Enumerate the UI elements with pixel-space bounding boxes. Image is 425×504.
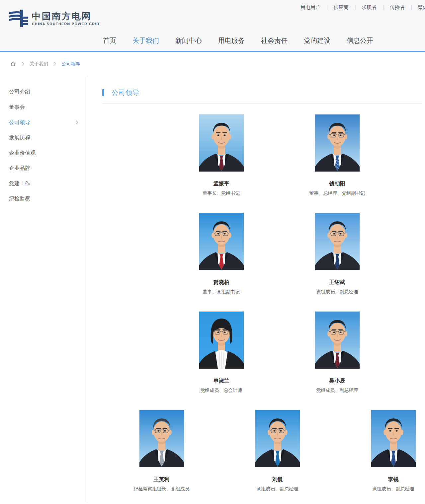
leader-title: 董事、总经理、党组副书记 (279, 190, 395, 196)
title-accent-bar (102, 89, 104, 96)
leader-card: 钱朝阳董事、总经理、党组副书记 (279, 114, 395, 196)
leader-row: 王英利纪检监察组组长、党组成员刘巍党组成员、副总经理李锐党组成员、副总经理 (104, 410, 425, 492)
nav-item-party-building[interactable]: 党的建设 (304, 36, 330, 45)
leader-photo (139, 410, 184, 468)
topbar-separator: | (411, 5, 412, 10)
sidebar-item-label: 党建工作 (9, 180, 30, 186)
leader-card: 吴小辰党组成员、副总经理 (279, 311, 395, 394)
leader-photo (199, 213, 244, 270)
sidebar-item-corporate-brand[interactable]: 企业品牌 (0, 161, 87, 176)
breadcrumb-chevron-icon (22, 62, 24, 66)
logo-mark-icon (9, 9, 28, 27)
section-divider (102, 103, 422, 104)
home-icon[interactable] (10, 61, 16, 67)
leader-photo (315, 213, 360, 270)
leader-card: 单淑兰党组成员、总会计师 (163, 311, 279, 394)
sidebar-item-label: 纪检监察 (9, 196, 30, 201)
leader-card: 贺晓柏董事、党组副书记 (163, 213, 279, 295)
leader-title: 党组成员、副总经理 (279, 289, 395, 295)
leader-card: 王绍武党组成员、副总经理 (279, 213, 395, 295)
chevron-right-icon (76, 120, 78, 125)
leader-photo (199, 114, 244, 172)
logo-text: 中国南方电网 CHINA SOUTHERN POWER GRID (32, 11, 100, 26)
leader-row: 贺晓柏董事、党组副书记王绍武党组成员、副总经理 (163, 213, 425, 295)
sidebar-item-label: 企业价值观 (9, 150, 36, 156)
main-nav: 首页关于我们新闻中心用电服务社会责任党的建设信息公开 (103, 36, 373, 45)
topbar-link-supplier[interactable]: 供应商 (334, 4, 349, 10)
leader-name: 王英利 (104, 476, 219, 483)
leader-card: 王英利纪检监察组组长、党组成员 (104, 410, 219, 492)
sidebar: 公司介绍董事会公司领导发展历程企业价值观企业品牌党建工作纪检监察 (0, 76, 87, 503)
logo-subtitle: CHINA SOUTHERN POWER GRID (32, 22, 100, 26)
leader-name: 李锐 (335, 476, 425, 483)
topbar-links: 用电用户|供应商|求职者|传播者|繁体 (300, 4, 425, 11)
sidebar-item-label: 董事会 (9, 104, 25, 110)
sidebar-item-discipline-inspection[interactable]: 纪检监察 (0, 191, 87, 206)
logo-title: 中国南方电网 (32, 11, 100, 22)
page-title-row: 公司领导 (102, 88, 425, 97)
topbar-link-power-user[interactable]: 用电用户 (300, 4, 320, 10)
nav-item-news[interactable]: 新闻中心 (175, 36, 202, 45)
content-area: 公司介绍董事会公司领导发展历程企业价值观企业品牌党建工作纪检监察 公司领导 孟振… (0, 76, 425, 503)
leader-name: 贺晓柏 (163, 279, 279, 286)
breadcrumb-item-company-leaders: 公司领导 (61, 61, 80, 67)
breadcrumb: 关于我们公司领导 (0, 52, 425, 76)
leader-name: 孟振平 (163, 180, 279, 187)
leader-title: 纪检监察组组长、党组成员 (104, 486, 219, 492)
topbar-link-job-seeker[interactable]: 求职者 (362, 4, 377, 10)
topbar-link-media[interactable]: 传播者 (390, 4, 405, 10)
sidebar-item-label: 公司介绍 (9, 89, 30, 95)
leader-card: 李锐党组成员、副总经理 (335, 410, 425, 492)
sidebar-item-label: 公司领导 (9, 119, 30, 125)
leader-card: 孟振平董事长、党组书记 (163, 114, 279, 196)
sidebar-item-development-history[interactable]: 发展历程 (0, 130, 87, 145)
leader-row: 单淑兰党组成员、总会计师吴小辰党组成员、副总经理 (163, 311, 425, 394)
leader-photo (371, 410, 416, 468)
nav-item-power-service[interactable]: 用电服务 (218, 36, 245, 45)
leader-photo (315, 114, 360, 172)
sidebar-item-party-building-work[interactable]: 党建工作 (0, 176, 87, 191)
topbar-separator: | (326, 5, 328, 10)
breadcrumb-chevron-icon (53, 62, 56, 66)
page-title: 公司领导 (112, 88, 139, 97)
topbar-link-traditional-chinese[interactable]: 繁体 (418, 4, 425, 10)
sidebar-item-company-leaders[interactable]: 公司领导 (0, 115, 87, 130)
nav-item-home[interactable]: 首页 (103, 36, 116, 45)
leader-title: 董事、党组副书记 (163, 289, 279, 295)
leader-name: 王绍武 (279, 279, 395, 286)
leader-name: 单淑兰 (163, 378, 279, 384)
sidebar-item-label: 企业品牌 (9, 165, 30, 171)
header: 用电用户|供应商|求职者|传播者|繁体 中国南方电网 CHINA SOUTHER… (0, 0, 425, 52)
leader-photo (255, 410, 300, 468)
leader-name: 钱朝阳 (279, 180, 395, 187)
leader-title: 董事长、党组书记 (163, 190, 279, 196)
leader-photo (199, 311, 244, 369)
leader-photo (315, 311, 360, 369)
sidebar-item-board-of-directors[interactable]: 董事会 (0, 100, 87, 115)
nav-item-about[interactable]: 关于我们 (132, 36, 159, 45)
leader-title: 党组成员、总会计师 (163, 387, 279, 394)
leader-card: 刘巍党组成员、副总经理 (219, 410, 335, 492)
leader-name: 吴小辰 (279, 378, 395, 384)
nav-item-social-responsibility[interactable]: 社会责任 (261, 36, 288, 45)
leaders-grid: 孟振平董事长、党组书记钱朝阳董事、总经理、党组副书记贺晓柏董事、党组副书记王绍武… (102, 114, 425, 492)
sidebar-item-corporate-values[interactable]: 企业价值观 (0, 145, 87, 161)
breadcrumb-item-about[interactable]: 关于我们 (30, 61, 48, 67)
main-panel: 公司领导 孟振平董事长、党组书记钱朝阳董事、总经理、党组副书记贺晓柏董事、党组副… (102, 76, 425, 492)
nav-item-info-disclosure[interactable]: 信息公开 (347, 36, 373, 45)
leader-title: 党组成员、副总经理 (219, 486, 335, 492)
company-logo[interactable]: 中国南方电网 CHINA SOUTHERN POWER GRID (9, 9, 100, 27)
leader-title: 党组成员、副总经理 (335, 486, 425, 492)
sidebar-item-company-intro[interactable]: 公司介绍 (0, 84, 87, 100)
leader-name: 刘巍 (219, 476, 335, 483)
topbar-separator: | (382, 5, 384, 10)
leader-row: 孟振平董事长、党组书记钱朝阳董事、总经理、党组副书记 (163, 114, 425, 196)
leader-title: 党组成员、副总经理 (279, 387, 395, 394)
topbar-separator: | (355, 5, 356, 10)
sidebar-item-label: 发展历程 (9, 135, 30, 140)
